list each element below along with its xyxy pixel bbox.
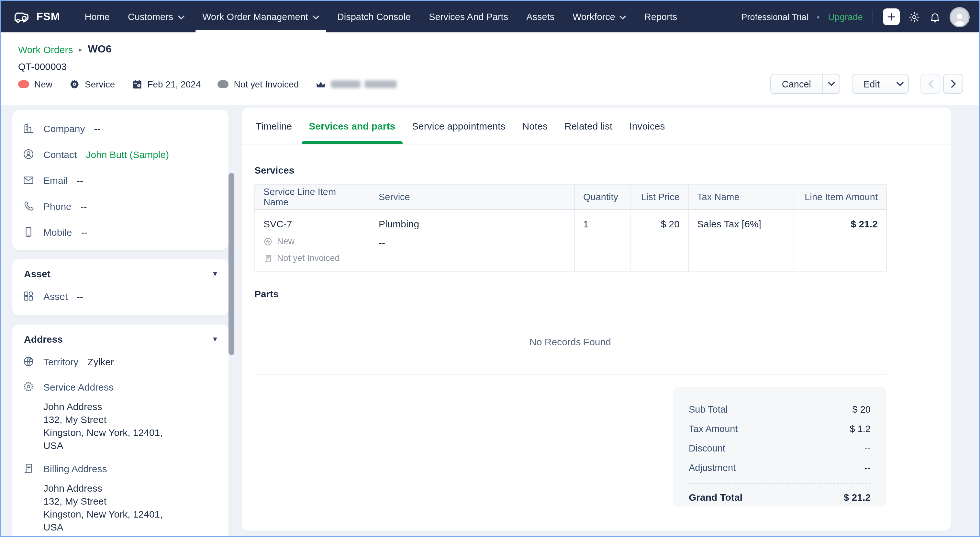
nav-item-dispatch-console[interactable]: Dispatch Console [328, 1, 420, 32]
plan-label: Professional Trial [741, 12, 808, 22]
line-item-name: SVC-7 [263, 218, 361, 229]
detail-sidebar: Company -- Contact John Butt (Sample) Em… [12, 110, 229, 537]
collapse-caret-icon[interactable]: ▾ [213, 269, 217, 278]
cell-line-item-amount: $ 21.2 [794, 210, 886, 272]
nav-item-reports[interactable]: Reports [635, 1, 686, 32]
tab-related-list[interactable]: Related list [557, 108, 619, 144]
notifications-button[interactable] [929, 11, 941, 23]
page-header: Work Orders ▸ WO6 QT-000003 New Service [1, 32, 979, 105]
brand-name: FSM [36, 10, 60, 23]
field-label: Service Address [43, 381, 114, 392]
tab-services-and-parts[interactable]: Services and parts [302, 108, 402, 144]
tab-invoices[interactable]: Invoices [622, 108, 672, 144]
content-area: Company -- Contact John Butt (Sample) Em… [1, 105, 979, 536]
section-title: Asset [24, 268, 51, 279]
breadcrumb-work-orders-link[interactable]: Work Orders [18, 44, 73, 55]
chevron-down-icon [620, 16, 626, 19]
service-badge-icon [23, 381, 34, 392]
totals-dashed-divider [689, 483, 870, 484]
address-card: Address ▾ Territory Zylker Service Addre… [12, 325, 229, 537]
contact-info-card: Company -- Contact John Butt (Sample) Em… [12, 110, 229, 250]
status-badge-new: New [18, 79, 52, 89]
tab-timeline[interactable]: Timeline [248, 108, 299, 144]
service-address-label-row: Service Address [23, 374, 218, 399]
user-avatar[interactable] [950, 7, 970, 27]
field-label: Email [43, 175, 68, 186]
service-secondary: -- [379, 237, 566, 248]
chevron-right-icon [951, 80, 956, 88]
field-value: -- [81, 226, 88, 237]
edit-button[interactable]: Edit [853, 75, 891, 93]
cell-list-price: $ 20 [631, 210, 688, 272]
previous-record-button[interactable] [920, 74, 940, 94]
line-item-status-new: New [263, 236, 361, 246]
upgrade-link[interactable]: Upgrade [828, 12, 863, 22]
building-icon [23, 123, 34, 134]
next-record-button[interactable] [943, 74, 963, 94]
collapse-caret-icon[interactable]: ▾ [213, 335, 217, 343]
field-asset: Asset -- [23, 283, 218, 309]
field-label: Contact [43, 149, 77, 160]
navbar-divider [873, 10, 873, 24]
field-value: -- [77, 175, 83, 186]
contact-icon [23, 148, 34, 160]
field-value: -- [94, 123, 100, 134]
fsm-app-window: FSM Home Customers Work Order Management… [0, 0, 980, 537]
cancel-button[interactable]: Cancel [771, 75, 822, 93]
tab-service-appointments[interactable]: Service appointments [405, 108, 513, 144]
section-title: Address [24, 334, 63, 344]
person-silhouette-icon [951, 11, 968, 25]
calendar-icon [132, 79, 142, 89]
address-section-header: Address ▾ [23, 332, 218, 349]
address-line: USA [43, 521, 218, 534]
field-label: Billing Address [43, 463, 107, 474]
nav-item-services-and-parts[interactable]: Services And Parts [420, 1, 517, 32]
field-label: Territory [43, 356, 78, 367]
cancel-dropdown-toggle[interactable] [822, 75, 840, 93]
nav-item-workforce[interactable]: Workforce [563, 1, 635, 32]
field-territory: Territory Zylker [23, 349, 218, 374]
contact-link[interactable]: John Butt (Sample) [86, 149, 169, 160]
receipt-icon [23, 462, 34, 474]
settings-button[interactable] [908, 11, 920, 23]
nav-item-customers[interactable]: Customers [119, 1, 193, 32]
breadcrumb: Work Orders ▸ WO6 [18, 43, 963, 55]
address-line: Kingston, New York, 12401, [43, 426, 218, 439]
header-actions: Cancel Edit [770, 74, 963, 94]
services-section-title: Services [255, 164, 951, 175]
address-line: USA [43, 439, 218, 452]
nav-item-work-order-management[interactable]: Work Order Management [193, 1, 328, 32]
fsm-brand[interactable]: FSM [13, 1, 60, 32]
asset-section-header: Asset ▾ [23, 267, 218, 283]
navbar-right-cluster: Professional Trial • Upgrade [741, 1, 970, 32]
detail-tabs: Timeline Services and parts Service appo… [242, 108, 951, 145]
phone-icon [23, 200, 34, 212]
total-row-grand: Grand Total $ 21.2 [689, 487, 870, 507]
address-line: John Address [43, 400, 218, 413]
nav-item-assets[interactable]: Assets [517, 1, 563, 32]
chevron-down-icon [313, 16, 319, 19]
quick-create-button[interactable] [883, 8, 900, 25]
main-nav: Home Customers Work Order Management Dis… [76, 1, 686, 32]
pulse-circle-icon [263, 237, 272, 246]
service-address-value: John Address 132, My Street Kingston, Ne… [43, 400, 218, 452]
services-and-parts-panel: Services Service Line Item Name Service … [242, 164, 951, 507]
col-line-item-amount: Line Item Amount [794, 184, 886, 210]
edit-dropdown-toggle[interactable] [891, 75, 908, 93]
parts-section-title: Parts [255, 288, 951, 299]
field-value: -- [77, 290, 83, 301]
cell-quantity: 1 [574, 210, 631, 272]
scheduled-date-badge: Feb 21, 2024 [132, 79, 200, 89]
field-label: Company [43, 123, 85, 134]
line-item-status-invoice: Not yet Invoiced [263, 253, 361, 263]
record-pager [920, 74, 963, 94]
nav-item-home[interactable]: Home [76, 1, 119, 32]
top-navbar: FSM Home Customers Work Order Management… [1, 1, 979, 32]
asset-grid-icon [23, 290, 34, 302]
billing-address-label-row: Billing Address [23, 456, 218, 481]
globe-icon [23, 355, 34, 367]
invoice-status-badge: Not yet Invoiced [218, 79, 299, 89]
chevron-down-icon [896, 81, 903, 86]
tab-notes[interactable]: Notes [515, 108, 555, 144]
sidebar-scrollbar-thumb[interactable] [229, 173, 234, 355]
